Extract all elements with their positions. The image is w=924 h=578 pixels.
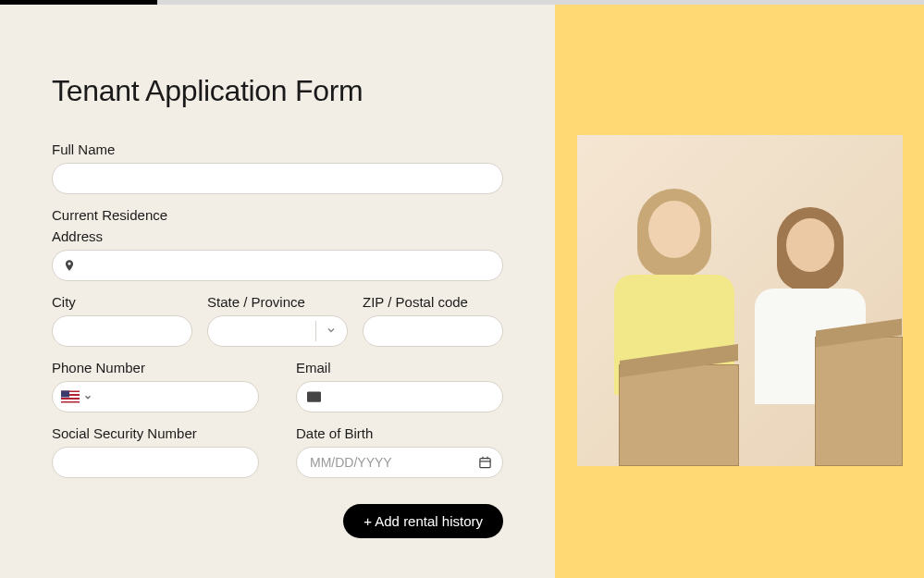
phone-label: Phone Number [52,360,259,375]
ssn-input[interactable] [52,447,259,478]
location-pin-icon [63,258,76,273]
hero-image [577,135,903,466]
svg-rect-0 [480,459,490,468]
email-label: Email [296,360,503,375]
current-residence-label: Current Residence [52,207,503,223]
zip-label: ZIP / Postal code [363,294,503,310]
progress-bar [0,0,924,5]
form-panel: Tenant Application Form Full Name Curren… [0,0,555,578]
ssn-label: Social Security Number [52,425,259,441]
dob-input[interactable] [296,447,503,478]
state-label: State / Province [207,294,348,310]
full-name-label: Full Name [52,141,503,157]
moving-box-left [619,364,739,466]
email-input[interactable] [296,381,503,412]
full-name-input[interactable] [52,163,503,194]
country-code-selector[interactable] [61,391,92,403]
city-input[interactable] [52,315,192,347]
chevron-down-icon [83,392,92,401]
zip-input[interactable] [363,315,503,347]
email-icon [307,391,321,402]
add-rental-history-button[interactable]: + Add rental history [343,504,503,538]
flag-us-icon [61,391,80,403]
chevron-down-icon[interactable] [326,323,337,339]
progress-fill [0,0,157,5]
moving-box-right [815,337,903,466]
hero-panel [555,0,924,578]
select-divider [315,321,316,341]
address-label: Address [52,228,503,244]
dob-label: Date of Birth [296,425,503,441]
city-label: City [52,294,192,310]
calendar-icon[interactable] [478,456,492,470]
address-input[interactable] [52,250,503,281]
page-title: Tenant Application Form [52,74,503,108]
